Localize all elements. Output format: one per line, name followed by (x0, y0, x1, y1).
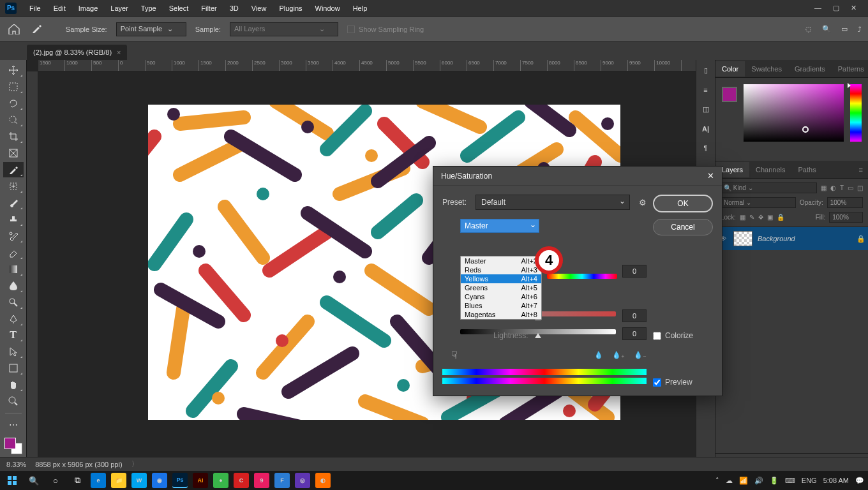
foreground-color-swatch[interactable] (722, 87, 737, 102)
tray-chevron-icon[interactable]: ˄ (715, 477, 719, 485)
saturation-input[interactable] (622, 309, 647, 322)
crop-tool[interactable] (3, 129, 24, 144)
document-tab[interactable]: (2).jpg @ 8.33% (RGB/8) × (27, 45, 127, 60)
eyedropper-icon[interactable]: 💧 (594, 351, 603, 359)
shape-tool[interactable] (3, 360, 24, 376)
edit-toolbar-icon[interactable]: ⋯ (3, 417, 24, 433)
color-swatches[interactable] (4, 438, 22, 454)
zoom-tool[interactable] (3, 394, 24, 409)
clock[interactable]: 5:08 AM (823, 477, 849, 484)
panel-icon[interactable]: ▯ (704, 66, 708, 75)
channel-option-magentas[interactable]: MagentasAlt+8 (461, 310, 541, 319)
hand-tool[interactable] (3, 377, 24, 392)
history-brush-tool[interactable] (3, 228, 24, 244)
colorize-checkbox[interactable]: Colorize (653, 331, 713, 340)
app-icon-green[interactable]: ● (213, 473, 228, 488)
cancel-button[interactable]: Cancel (653, 219, 713, 235)
tab-channels[interactable]: Channels (749, 162, 791, 177)
illustrator-app-icon[interactable]: Ai (193, 473, 208, 488)
filter-type-icon[interactable]: T (840, 184, 844, 191)
character-icon[interactable]: A| (702, 125, 709, 133)
lock-transparent-icon[interactable]: ▦ (740, 214, 745, 221)
eyedropper-tool[interactable] (3, 162, 24, 177)
menu-filter[interactable]: Filter (195, 2, 223, 15)
language-indicator[interactable]: ENG (802, 477, 817, 484)
word-app-icon[interactable]: W (131, 473, 147, 488)
fill-input[interactable]: 100% (829, 212, 863, 223)
app-icon-f[interactable]: F (274, 473, 290, 488)
maximize-icon[interactable]: ▢ (833, 4, 839, 12)
app-icon-red[interactable]: C (234, 473, 249, 488)
gradient-tool[interactable] (3, 262, 24, 277)
cloud-account-icon[interactable]: ◌ (805, 25, 812, 33)
lock-artboard-icon[interactable]: ▣ (767, 214, 773, 221)
zoom-level[interactable]: 8.33% (6, 461, 26, 468)
quick-select-tool[interactable] (3, 112, 24, 128)
start-button[interactable] (4, 473, 20, 488)
edit-channel-select[interactable]: Master (460, 219, 539, 233)
hue-input[interactable] (622, 265, 647, 278)
battery-icon[interactable]: 🔋 (770, 477, 779, 485)
panel-menu-icon[interactable]: ≡ (859, 166, 868, 174)
tab-gradients[interactable]: Gradients (788, 61, 832, 77)
channel-option-reds[interactable]: RedsAlt+3 (461, 265, 541, 274)
opacity-input[interactable]: 100% (827, 197, 863, 208)
lock-position-icon[interactable]: ✥ (758, 214, 763, 221)
marquee-tool[interactable] (3, 79, 24, 94)
preset-select[interactable]: Default (475, 195, 630, 210)
targeted-adjust-icon[interactable]: ☟ (451, 349, 458, 361)
filter-adjust-icon[interactable]: ◐ (830, 184, 836, 191)
search-button[interactable]: 🔍 (26, 473, 42, 488)
sample-select[interactable]: All Layers ⌄ (230, 22, 338, 36)
tab-paths[interactable]: Paths (792, 162, 823, 177)
brush-tool[interactable] (3, 195, 24, 211)
blend-mode-select[interactable]: Normal ⌄ (721, 197, 796, 208)
eraser-tool[interactable] (3, 245, 24, 260)
layer-row[interactable]: 👁 Background 🔒 (715, 227, 868, 250)
eyedropper-subtract-icon[interactable]: 💧₋ (634, 351, 647, 359)
close-icon[interactable]: ✕ (851, 4, 857, 12)
wifi-icon[interactable]: 📶 (739, 477, 748, 485)
type-tool[interactable]: T (3, 328, 24, 343)
app-icon-purple[interactable]: ◎ (295, 473, 310, 488)
volume-icon[interactable]: 🔊 (754, 477, 763, 485)
app-icon-orange[interactable]: ◐ (315, 473, 331, 488)
libraries-icon[interactable]: ◫ (703, 105, 709, 114)
preset-menu-icon[interactable]: ⚙ (639, 198, 647, 207)
pen-tool[interactable] (3, 311, 24, 327)
menu-view[interactable]: View (245, 2, 273, 15)
color-field[interactable] (744, 84, 844, 142)
layer-thumbnail[interactable] (733, 231, 752, 246)
explorer-app-icon[interactable]: 📁 (111, 473, 126, 488)
adjustments-icon[interactable]: ≡ (703, 86, 707, 94)
notifications-icon[interactable]: 💬 (855, 477, 864, 485)
menu-type[interactable]: Type (135, 2, 163, 15)
app-icon-pink[interactable]: 9 (254, 473, 269, 488)
channel-option-master[interactable]: MasterAlt+2 (461, 256, 541, 265)
dodge-tool[interactable] (3, 295, 24, 310)
close-tab-icon[interactable]: × (117, 48, 121, 56)
chrome-app-icon[interactable]: ◉ (152, 473, 167, 488)
dialog-close-icon[interactable]: ✕ (707, 171, 714, 181)
move-tool[interactable] (3, 63, 24, 78)
channel-option-cyans[interactable]: CyansAlt+6 (461, 292, 541, 301)
lightness-slider[interactable] (460, 329, 616, 338)
path-select-tool[interactable] (3, 344, 24, 359)
menu-help[interactable]: Help (347, 2, 374, 15)
share-icon[interactable]: ⤴ (858, 26, 862, 33)
sample-size-select[interactable]: Point Sample ⌄ (116, 22, 186, 36)
filter-smart-icon[interactable]: ◫ (857, 184, 863, 191)
search-icon[interactable]: 🔍 (822, 25, 831, 33)
workspace-icon[interactable]: ▭ (841, 25, 848, 33)
lasso-tool[interactable] (3, 96, 24, 111)
stamp-tool[interactable] (3, 212, 24, 227)
menu-plugins[interactable]: Plugins (273, 2, 308, 15)
frame-tool[interactable] (3, 145, 24, 161)
lock-all-icon[interactable]: 🔒 (777, 214, 784, 221)
photoshop-app-icon[interactable]: Ps (172, 473, 188, 488)
lightness-input[interactable] (622, 327, 647, 340)
channel-option-greens[interactable]: GreensAlt+5 (461, 283, 541, 292)
lock-icon[interactable]: 🔒 (857, 235, 864, 243)
filter-pixel-icon[interactable]: ▦ (821, 184, 827, 191)
eyedropper-add-icon[interactable]: 💧₊ (612, 351, 625, 359)
